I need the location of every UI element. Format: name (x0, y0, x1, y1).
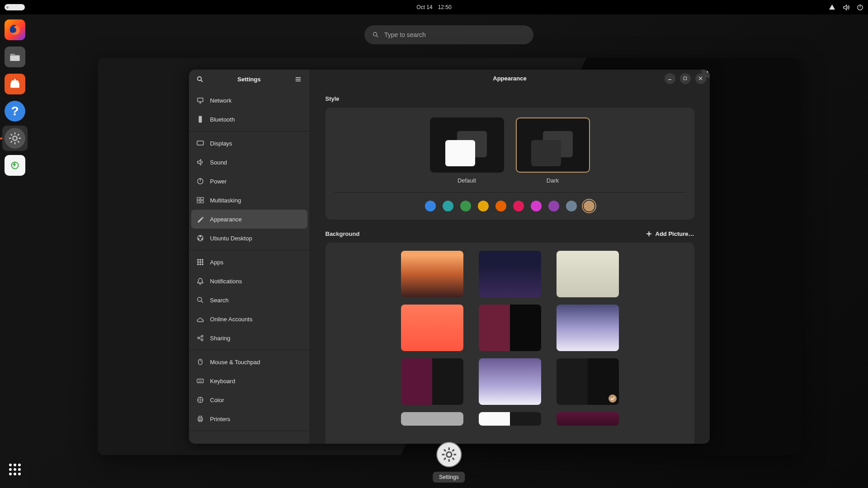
svg-rect-42 (197, 379, 203, 383)
svg-rect-22 (197, 201, 200, 203)
dock-files[interactable] (2, 44, 28, 70)
svg-rect-46 (199, 420, 202, 422)
svg-point-3 (13, 136, 17, 140)
svg-point-34 (197, 264, 198, 265)
svg-point-5 (9, 464, 12, 466)
svg-rect-17 (199, 116, 202, 122)
svg-point-12 (14, 473, 16, 475)
sidebar-item-sharing[interactable]: Sharing (191, 328, 307, 347)
wallpaper-grid (326, 243, 694, 444)
sidebar-title: Settings (206, 76, 292, 83)
desktop: Oct 14 12:50 ? Type to search (0, 0, 868, 488)
running-app-indicator[interactable]: Settings (433, 442, 465, 483)
search-field[interactable]: Type to search (364, 25, 533, 44)
dock-firefox[interactable] (2, 17, 28, 42)
dock-trash[interactable] (2, 153, 28, 178)
svg-rect-16 (198, 98, 203, 102)
sidebar-item-printers[interactable]: Printers (191, 409, 307, 428)
network-icon[interactable] (829, 4, 835, 11)
svg-point-9 (14, 468, 16, 471)
wallpaper-option[interactable] (557, 412, 619, 426)
svg-point-33 (202, 262, 203, 263)
add-picture-button[interactable]: Add Picture… (646, 230, 694, 237)
settings-sidebar: Settings Network Bluetooth Displays Soun… (189, 70, 310, 444)
dock-settings[interactable] (2, 126, 28, 151)
svg-rect-23 (201, 201, 203, 203)
sidebar-item-power[interactable]: Power (191, 172, 307, 191)
search-icon (373, 32, 379, 38)
power-icon[interactable] (857, 4, 863, 11)
wallpaper-option[interactable] (479, 305, 541, 351)
accent-swatch[interactable] (460, 201, 471, 211)
sidebar-item-sound[interactable]: Sound (191, 153, 307, 172)
svg-rect-21 (201, 197, 203, 200)
activities-overview: Type to search Settings Network Bluetoot… (30, 14, 868, 488)
svg-rect-18 (197, 141, 203, 145)
wallpaper-option[interactable] (479, 412, 541, 426)
wallpaper-option[interactable] (479, 358, 541, 405)
workspace-thumbnail[interactable]: Settings Network Bluetooth Displays Soun… (98, 58, 801, 455)
sidebar-item-ubuntu-desktop[interactable]: Ubuntu Desktop (191, 229, 307, 248)
sidebar-item-keyboard[interactable]: Keyboard (191, 371, 307, 390)
style-card: Default Dark (326, 108, 694, 220)
sidebar-menu-button[interactable] (292, 73, 304, 85)
accent-swatch[interactable] (513, 201, 524, 211)
volume-icon[interactable] (843, 4, 849, 11)
svg-point-27 (201, 239, 203, 240)
running-app-label: Settings (433, 472, 465, 483)
sidebar-item-color[interactable]: Color (191, 390, 307, 409)
wallpaper-option[interactable] (557, 305, 619, 351)
accent-swatch[interactable] (566, 201, 577, 211)
wallpaper-option[interactable] (401, 358, 463, 405)
accent-swatch[interactable] (548, 201, 559, 211)
wallpaper-option[interactable] (557, 251, 619, 297)
window-minimize[interactable] (665, 73, 675, 84)
accent-swatch[interactable] (443, 201, 453, 211)
style-section-label: Style (326, 95, 694, 102)
sidebar-item-appearance[interactable]: Appearance (191, 210, 307, 229)
wallpaper-option[interactable] (401, 251, 463, 297)
wallpaper-option[interactable] (479, 251, 541, 297)
sidebar-item-network[interactable]: Network (191, 91, 307, 110)
sidebar-item-mouse[interactable]: Mouse & Touchpad (191, 352, 307, 371)
svg-point-13 (18, 473, 21, 475)
sidebar-item-displays[interactable]: Displays (191, 134, 307, 153)
wallpaper-option[interactable] (401, 305, 463, 351)
accent-swatch[interactable] (425, 201, 436, 211)
accent-swatch[interactable] (531, 201, 542, 211)
sidebar-item-online-accounts[interactable]: Online Accounts (191, 310, 307, 328)
window-maximize[interactable] (680, 73, 691, 84)
svg-point-31 (197, 262, 198, 263)
dock-software[interactable] (2, 71, 28, 97)
sidebar-item-apps[interactable]: Apps (191, 253, 307, 272)
sidebar-item-notifications[interactable]: Notifications (191, 272, 307, 291)
wallpaper-option[interactable] (401, 412, 463, 426)
accent-swatch[interactable] (495, 201, 506, 211)
style-dark[interactable]: Dark (516, 117, 590, 184)
wallpaper-option[interactable] (557, 358, 619, 405)
svg-rect-45 (199, 416, 202, 418)
accent-swatch[interactable] (478, 201, 489, 211)
sidebar-search-button[interactable] (194, 73, 206, 85)
background-section-label: Background (326, 230, 360, 237)
dock-help[interactable]: ? (2, 99, 28, 124)
clock[interactable]: Oct 14 12:50 (416, 4, 451, 10)
accent-swatch[interactable] (584, 201, 594, 211)
svg-rect-47 (684, 77, 686, 80)
svg-point-37 (198, 297, 202, 301)
svg-point-28 (197, 259, 198, 261)
plus-icon (646, 231, 652, 237)
settings-window: Settings Network Bluetooth Displays Soun… (189, 70, 710, 444)
sidebar-item-multitasking[interactable]: Multitasking (191, 191, 307, 210)
dock-show-apps[interactable] (5, 459, 25, 480)
svg-point-29 (199, 259, 201, 261)
svg-point-14 (373, 33, 377, 36)
activities-button[interactable] (5, 4, 25, 10)
sidebar-item-search[interactable]: Search (191, 291, 307, 310)
style-default[interactable]: Default (430, 117, 504, 184)
svg-rect-2 (10, 56, 20, 61)
sidebar-item-bluetooth[interactable]: Bluetooth (191, 110, 307, 129)
time-label: 12:50 (438, 4, 452, 10)
svg-point-8 (9, 468, 12, 471)
svg-point-32 (199, 262, 201, 263)
